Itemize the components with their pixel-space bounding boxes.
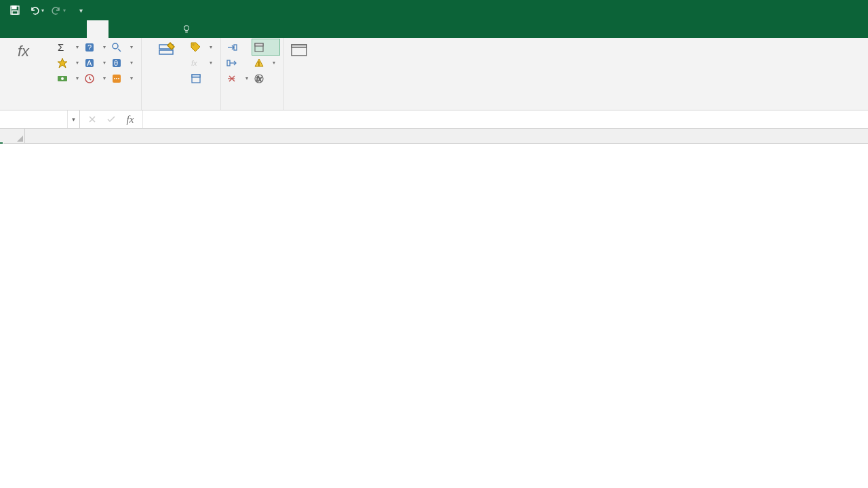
quick-access-toolbar: ▾ ▾ ▾ — [0, 1, 90, 20]
tab-review[interactable] — [130, 20, 152, 38]
remove-arrows-icon — [226, 73, 237, 84]
tab-insert[interactable] — [43, 20, 65, 38]
remove-arrows-button[interactable]: ▾ — [225, 70, 252, 86]
arrow-in-icon — [226, 42, 237, 53]
more-functions-button[interactable]: ▾ — [110, 70, 137, 86]
insert-function-fbar-button[interactable]: fx — [121, 110, 140, 128]
fx-small-icon: fx — [127, 114, 134, 125]
svg-text:?: ? — [87, 43, 92, 52]
use-in-formula-button: fx▾ — [189, 55, 216, 70]
name-manager-button[interactable] — [146, 39, 189, 73]
select-all-corner[interactable] — [0, 129, 25, 143]
svg-point-20 — [118, 78, 119, 79]
svg-rect-2 — [12, 11, 18, 14]
name-box-dropdown[interactable]: ▼ — [67, 110, 79, 128]
star-icon — [57, 58, 68, 68]
question-icon: ? — [84, 42, 95, 53]
more-icon — [111, 73, 122, 84]
tag-list-icon — [157, 41, 178, 62]
svg-rect-22 — [159, 50, 173, 54]
group-function-library: Σ▾ ▾ ▾ ?▾ A▾ ▾ ▾ θ▾ ▾ — [52, 38, 142, 110]
error-checking-button[interactable]: !▾ — [252, 55, 279, 70]
svg-point-8 — [61, 77, 64, 80]
ribbon: fx Σ▾ ▾ ▾ ?▾ A▾ ▾ ▾ θ▾ ▾ — [0, 38, 868, 110]
formula-input[interactable] — [143, 110, 868, 128]
svg-point-23 — [193, 44, 194, 45]
svg-rect-1 — [12, 6, 16, 9]
tab-file[interactable] — [0, 20, 22, 38]
fx-tag-icon: fx — [191, 58, 201, 68]
trace-dependents-button[interactable] — [225, 55, 252, 70]
selection-icon — [191, 73, 201, 84]
recent-button[interactable]: ▾ — [56, 55, 83, 70]
lookup-button[interactable]: ▾ — [110, 39, 137, 55]
formula-bar: ▼ fx — [0, 110, 868, 129]
trace-precedents-button[interactable] — [225, 39, 252, 55]
tab-view[interactable] — [152, 20, 174, 38]
svg-text:A: A — [87, 59, 92, 67]
redo-icon — [51, 5, 62, 16]
enter-formula-button — [102, 110, 121, 128]
svg-rect-26 — [192, 75, 200, 77]
group-label-auditing — [225, 106, 279, 110]
save-icon — [9, 5, 20, 16]
define-name-button[interactable]: ▾ — [189, 39, 216, 55]
undo-button[interactable]: ▾ — [27, 1, 46, 20]
svg-text:Σ: Σ — [58, 42, 64, 53]
svg-text:θ: θ — [114, 59, 118, 67]
save-button[interactable] — [5, 1, 24, 20]
watch-window-button[interactable] — [288, 39, 311, 64]
tab-layout[interactable] — [65, 20, 87, 38]
money-icon — [57, 73, 68, 84]
financial-button[interactable]: ▾ — [56, 70, 83, 86]
clock-icon — [84, 73, 95, 84]
insert-function-button[interactable]: fx — [4, 39, 47, 73]
cancel-formula-button — [83, 110, 102, 128]
formula-sheet-icon — [254, 42, 264, 53]
svg-point-14 — [113, 43, 118, 49]
undo-icon — [29, 5, 40, 16]
column-headers — [0, 129, 868, 144]
text-a-icon: A — [84, 58, 95, 68]
svg-text:!: ! — [258, 60, 260, 67]
svg-rect-27 — [234, 45, 237, 50]
tag-icon — [191, 42, 201, 53]
tab-formulas[interactable] — [87, 20, 108, 38]
svg-text:fx: fx — [256, 75, 262, 83]
group-label-library — [56, 106, 137, 110]
bulb-icon — [182, 24, 191, 34]
create-from-selection-button[interactable] — [189, 70, 216, 86]
evaluate-icon: fx — [254, 73, 264, 84]
tab-data[interactable] — [108, 20, 130, 38]
ribbon-tabs — [0, 20, 868, 38]
svg-rect-28 — [227, 60, 230, 66]
customize-qat-button[interactable]: ▾ — [71, 1, 90, 20]
logical-button[interactable]: ?▾ — [83, 39, 110, 55]
text-button[interactable]: A▾ — [83, 55, 110, 70]
worksheet-grid[interactable] — [0, 129, 868, 144]
svg-rect-35 — [292, 45, 307, 47]
arrow-out-icon — [226, 58, 237, 68]
math-button[interactable]: θ▾ — [110, 55, 137, 70]
name-box[interactable]: ▼ — [0, 110, 80, 128]
search-icon — [111, 42, 122, 53]
svg-text:fx: fx — [18, 43, 30, 60]
group-label-names — [146, 106, 216, 110]
sigma-icon: Σ — [57, 42, 68, 53]
show-formulas-button[interactable] — [252, 39, 279, 55]
group-formula-auditing: ▾ !▾ fx — [221, 38, 284, 110]
svg-rect-30 — [255, 43, 263, 46]
warning-icon: ! — [254, 58, 264, 68]
autosum-button[interactable]: Σ▾ — [56, 39, 83, 55]
theta-icon: θ — [111, 58, 122, 68]
datetime-button[interactable]: ▾ — [83, 70, 110, 86]
titlebar: ▾ ▾ ▾ — [0, 0, 868, 20]
svg-point-19 — [116, 78, 117, 79]
tab-home[interactable] — [22, 20, 43, 38]
svg-point-3 — [184, 26, 189, 30]
tell-me-search[interactable] — [174, 20, 203, 38]
redo-button[interactable]: ▾ — [49, 1, 68, 20]
evaluate-formula-button[interactable]: fx — [252, 70, 279, 86]
check-icon — [106, 115, 116, 124]
svg-marker-6 — [58, 58, 67, 68]
